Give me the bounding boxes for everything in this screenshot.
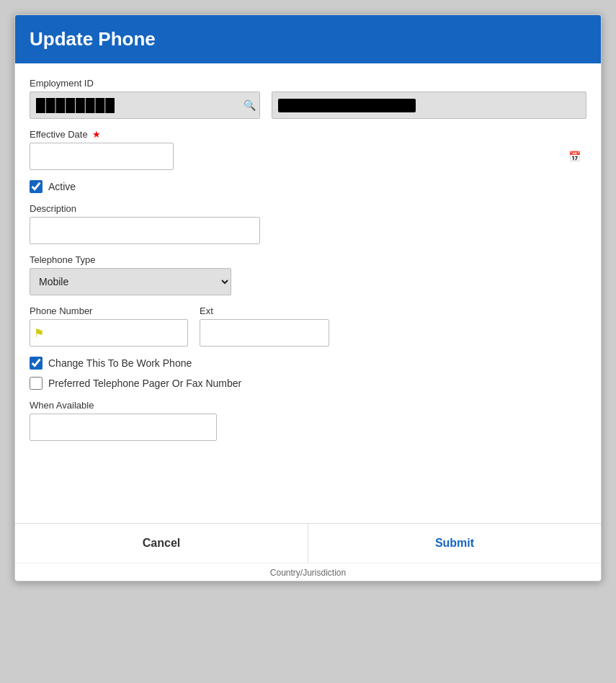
ext-group: Ext [200,305,329,347]
section-divider [30,451,586,494]
telephone-type-label: Telephone Type [30,254,586,265]
update-phone-modal: Update Phone Employment ID 🔍 ███████████… [14,14,602,581]
phone-number-group: Phone Number ⚑ 806-123-4567 [30,305,188,347]
telephone-type-select[interactable]: Mobile Home Work Other [30,268,231,295]
description-input[interactable] [30,217,260,244]
employment-id-input[interactable] [30,91,260,119]
active-checkbox-row: Active [30,180,586,193]
employment-id-group: Employment ID 🔍 [30,78,260,119]
phone-ext-row: Phone Number ⚑ 806-123-4567 Ext [30,305,586,347]
employment-id-row: Employment ID 🔍 ████████████ [30,78,586,119]
footer-hint: Country/Jurisdiction [15,563,601,581]
phone-input-wrapper: ⚑ 806-123-4567 [30,319,188,347]
phone-number-label: Phone Number [30,305,188,316]
employment-id-search-button[interactable]: 🔍 [244,99,256,111]
employee-name-display: ████████████ [272,91,586,119]
employee-name-group: ████████████ [272,78,586,119]
required-indicator: ★ [90,129,102,140]
description-group: Description [30,203,586,244]
flag-icon: ⚑ [34,326,44,340]
ext-input[interactable] [200,319,329,347]
when-available-label: When Available [30,400,586,411]
search-icon: 🔍 [244,99,256,111]
date-input-wrapper: 📅 [30,143,586,170]
modal-footer: Cancel Submit [15,523,601,563]
phone-number-input[interactable]: 806-123-4567 [30,319,188,347]
active-checkbox[interactable] [30,180,43,193]
when-available-group: When Available [30,400,586,441]
modal-header: Update Phone [15,15,601,63]
employment-id-input-wrapper: 🔍 [30,91,260,119]
page-title: Update Phone [30,28,586,50]
preferred-fax-row: Preferred Telephone Pager Or Fax Number [30,377,586,390]
submit-button[interactable]: Submit [308,524,601,563]
effective-date-label: Effective Date ★ [30,129,586,140]
effective-date-input[interactable] [30,143,174,170]
employment-id-label: Employment ID [30,78,260,89]
change-work-phone-checkbox[interactable] [30,357,43,370]
ext-label: Ext [200,305,329,316]
when-available-input[interactable] [30,414,217,441]
cancel-button[interactable]: Cancel [15,524,308,563]
preferred-fax-checkbox[interactable] [30,377,43,390]
modal-body: Employment ID 🔍 ████████████ Effective D… [15,63,601,501]
effective-date-group: Effective Date ★ 📅 [30,129,586,170]
active-label[interactable]: Active [48,181,76,192]
description-label: Description [30,203,586,214]
telephone-type-group: Telephone Type Mobile Home Work Other [30,254,586,295]
employee-name-redacted: ████████████ [278,99,416,112]
change-work-phone-label[interactable]: Change This To Be Work Phone [48,357,192,369]
preferred-fax-label[interactable]: Preferred Telephone Pager Or Fax Number [48,378,241,389]
change-work-phone-row: Change This To Be Work Phone [30,357,586,370]
calendar-icon: 📅 [568,151,581,162]
employee-name-label [272,78,586,89]
